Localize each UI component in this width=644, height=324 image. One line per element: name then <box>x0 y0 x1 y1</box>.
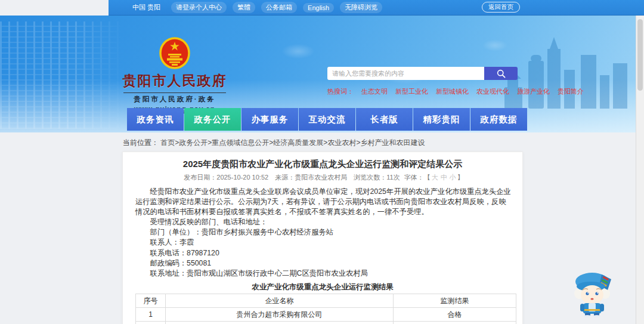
search-icon <box>497 69 506 78</box>
monitor-result: 合格 <box>394 308 516 322</box>
department-line: 部门（单位）：贵阳市乡村振兴服务中心农村经济服务站 <box>135 227 513 237</box>
breadcrumb-label: 当前位置： <box>123 138 159 147</box>
search-button[interactable] <box>484 67 518 80</box>
contact-phone-line: 联系电话：87987120 <box>135 248 513 258</box>
table-header-row: 序号 企业名称 监测结果 <box>136 294 516 308</box>
top-link-login-center[interactable]: 请登录个人中心 <box>171 2 227 13</box>
national-emblem-icon <box>159 37 190 69</box>
breadcrumb: 当前位置： 首页>政务公开>重点领域信息公开>经济高质量发展>农业农村>乡村产业… <box>123 138 425 148</box>
article-source: 来源：贵阳市农业农村局 <box>275 174 347 181</box>
hot-search-term[interactable]: 旅游产业化 <box>517 87 550 96</box>
article-card: 2025年度贵阳市农业产业化市级重点龙头企业运行监测和评定结果公示 发布日期：2… <box>122 152 523 324</box>
monitoring-results-table: 序号 企业名称 监测结果 1 贵州合力超市采购有限公司 合格 2 贵州友禾种业有… <box>135 294 516 324</box>
scrollbar[interactable] <box>636 16 644 324</box>
site-title: 贵阳市人民政府 <box>122 72 227 90</box>
col-header-result: 监测结果 <box>394 294 516 308</box>
top-link-accessibility[interactable]: 无障碍浏览 <box>340 2 382 13</box>
nav-item-zhengwu-gongkai[interactable]: 政务公开 <box>184 108 241 131</box>
nav-item-jingcai-guiyang[interactable]: 精彩贵阳 <box>413 108 470 131</box>
results-table-caption: 农业产业化市级重点龙头企业运行监测结果 <box>123 282 522 292</box>
contact-person-line: 联系人：李霞 <box>135 237 513 248</box>
font-size-medium-button[interactable]: 中 <box>441 174 447 181</box>
nav-item-zhengfu-shuju[interactable]: 政府数据 <box>470 108 527 131</box>
accept-intro-line: 受理情况反映的部门、电话和地址： <box>135 217 513 227</box>
article-title: 2025年度贵阳市农业产业化市级重点龙头企业运行监测和评定结果公示 <box>123 159 522 169</box>
table-row: 1 贵州合力超市采购有限公司 合格 <box>136 308 516 322</box>
font-size-large-button[interactable]: 大 <box>432 174 438 181</box>
hot-search-term[interactable]: 农业现代化 <box>476 87 509 96</box>
hot-search-term[interactable]: 贵阳简介 <box>558 87 584 96</box>
font-size-label: 字体：【 <box>404 174 431 181</box>
site-logo-block[interactable]: 贵阳市人民政府 贵阳市人民政府·政务 www.guiyang.gov.cn <box>122 37 227 113</box>
col-header-company: 企业名称 <box>166 294 394 308</box>
breadcrumb-path[interactable]: 首页>政务公开>重点领域信息公开>经济高质量发展>农业农村>乡村产业和农田建设 <box>160 138 425 147</box>
mascot-assistant-icon[interactable] <box>568 269 616 317</box>
lead-paragraph: 经贵阳市农业产业化市级重点龙头企业联席会议成员单位审定，现对2025年开展的农业… <box>135 187 513 217</box>
top-utility-bar: 中国 贵阳 请登录个人中心 繁體 公务邮箱 English 无障碍浏览 返回首页 <box>109 0 644 16</box>
contact-address-line: 联系地址：贵阳市观山湖区市级行政中心二期C区贵阳市农业农村局 <box>135 269 513 279</box>
row-index: 2 <box>136 322 166 324</box>
top-link-china-guiyang[interactable]: 中国 贵阳 <box>128 2 165 13</box>
publish-date: 发布日期：2025-10-20 10:52 <box>184 174 268 181</box>
row-index: 1 <box>136 308 166 322</box>
company-name: 贵州合力超市采购有限公司 <box>166 308 394 322</box>
search-input[interactable] <box>327 67 484 80</box>
return-home-button[interactable]: 返回首页 <box>482 2 520 13</box>
top-link-english[interactable]: English <box>303 3 334 13</box>
article-meta: 发布日期：2025-10-20 10:52 来源：贵阳市农业农村局 浏览次数：1… <box>123 173 522 182</box>
article-body: 经贵阳市农业产业化市级重点龙头企业联席会议成员单位审定，现对2025年开展的农业… <box>123 187 522 279</box>
main-navigation: 政务资讯 政务公开 办事服务 互动交流 长者版 精彩贵阳 政府数据 <box>127 108 527 131</box>
hot-search-row: 热搜词： 生态文明 新型工业化 新型城镇化 农业现代化 旅游产业化 贵阳简介 <box>327 87 584 96</box>
company-name: 贵州友禾种业有限公司 <box>166 322 394 324</box>
site-subtitle: 贵阳市人民政府·政务 <box>122 95 227 104</box>
scrollbar-thumb[interactable] <box>637 19 643 91</box>
hot-search-term[interactable]: 新型工业化 <box>395 87 428 96</box>
hot-search-term[interactable]: 新型城镇化 <box>436 87 469 96</box>
top-link-mailbox[interactable]: 公务邮箱 <box>261 2 297 13</box>
hot-search-label: 热搜词： <box>327 87 354 96</box>
nav-item-zhangzheban[interactable]: 长者版 <box>356 108 413 131</box>
city-skyline-decoration <box>504 37 636 109</box>
hot-search-term[interactable]: 生态文明 <box>361 87 388 96</box>
top-link-traditional[interactable]: 繁體 <box>233 2 255 13</box>
search-bar <box>327 67 518 80</box>
title-divider <box>123 92 226 93</box>
font-size-label-close: 】 <box>457 174 464 181</box>
nav-item-banshi-fuwu[interactable]: 办事服务 <box>242 108 298 131</box>
building-pattern-decoration <box>0 21 125 129</box>
monitor-result: 合格 <box>394 322 516 324</box>
nav-item-hudong-jiaoliu[interactable]: 互动交流 <box>299 108 355 131</box>
top-links: 中国 贵阳 请登录个人中心 繁體 公务邮箱 English 无障碍浏览 <box>128 2 382 13</box>
postcode-line: 邮政编码：550081 <box>135 258 513 269</box>
view-count: 浏览次数：11次 <box>354 174 400 181</box>
col-header-index: 序号 <box>136 294 166 308</box>
table-row: 2 贵州友禾种业有限公司 合格 <box>136 322 516 324</box>
nav-item-zhengwu-zixun[interactable]: 政务资讯 <box>127 108 184 131</box>
font-size-small-button[interactable]: 小 <box>450 174 456 181</box>
